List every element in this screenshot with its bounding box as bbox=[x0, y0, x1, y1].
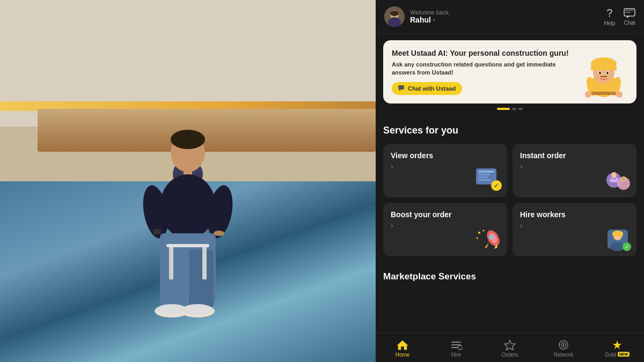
svg-rect-16 bbox=[166, 244, 209, 247]
svg-point-65 bbox=[483, 230, 485, 232]
user-info[interactable]: Welcome back, Rahul › bbox=[384, 6, 450, 27]
boost-order-icon bbox=[474, 227, 503, 253]
svg-rect-46 bbox=[478, 174, 490, 175]
svg-point-23 bbox=[390, 11, 399, 16]
instant-order-card[interactable]: Instant order › bbox=[513, 144, 636, 197]
instant-order-label: Instant order bbox=[520, 151, 629, 160]
svg-rect-45 bbox=[478, 171, 494, 173]
svg-rect-48 bbox=[478, 179, 491, 181]
boost-order-label: Boost your order bbox=[391, 210, 500, 219]
banner-text: Meet Ustaad AI: Your personal constructi… bbox=[392, 49, 573, 95]
svg-rect-77 bbox=[451, 347, 458, 348]
svg-marker-30 bbox=[399, 90, 401, 91]
header-actions: ? Help Chat bbox=[604, 7, 635, 26]
svg-rect-53 bbox=[610, 177, 618, 182]
svg-point-42 bbox=[616, 91, 623, 98]
svg-point-64 bbox=[478, 232, 480, 234]
content-area: Meet Ustaad AI: Your personal constructi… bbox=[376, 34, 644, 333]
svg-point-58 bbox=[622, 178, 625, 181]
user-chevron: › bbox=[433, 17, 435, 23]
svg-point-38 bbox=[606, 72, 609, 75]
avatar-icon bbox=[384, 6, 405, 27]
svg-line-79 bbox=[462, 349, 462, 350]
svg-rect-27 bbox=[625, 12, 631, 13]
photo-panel bbox=[0, 0, 376, 362]
chat-icon bbox=[624, 8, 635, 19]
svg-rect-19 bbox=[153, 229, 161, 234]
nav-gold[interactable]: Gold NEW bbox=[590, 337, 644, 360]
boost-order-card[interactable]: Boost your order › bbox=[383, 203, 507, 256]
instant-illustration bbox=[603, 168, 632, 192]
view-orders-label: View orders bbox=[391, 151, 500, 160]
svg-rect-34 bbox=[591, 66, 617, 70]
services-title: Services for you bbox=[383, 125, 636, 136]
app-panel: Welcome back, Rahul › ? Help Chat bbox=[376, 0, 644, 362]
services-section: Services for you View orders › bbox=[376, 116, 644, 265]
hire-nav-icon bbox=[450, 339, 462, 350]
svg-point-83 bbox=[563, 344, 565, 346]
banner-card[interactable]: Meet Ustaad AI: Your personal constructi… bbox=[383, 40, 636, 104]
hire-workers-icon: ✓ bbox=[603, 227, 632, 253]
svg-rect-54 bbox=[611, 178, 613, 179]
chat-label: Chat bbox=[624, 20, 635, 26]
help-button[interactable]: ? Help bbox=[604, 7, 615, 26]
nav-home[interactable]: Home bbox=[376, 337, 429, 360]
chat-button[interactable]: Chat bbox=[624, 8, 635, 26]
services-grid: View orders › ✓ bbox=[383, 144, 636, 256]
svg-point-2 bbox=[171, 130, 205, 149]
svg-rect-75 bbox=[451, 342, 461, 343]
svg-point-66 bbox=[477, 238, 478, 239]
user-name: Rahul › bbox=[410, 16, 450, 24]
banner-section: Meet Ustaad AI: Your personal constructi… bbox=[376, 34, 644, 116]
chat-with-ustaad-button[interactable]: Chat with Ustaad bbox=[392, 82, 462, 95]
banner-title: Meet Ustaad AI: Your personal constructi… bbox=[392, 49, 573, 57]
svg-text:✓: ✓ bbox=[494, 182, 499, 189]
nav-orders-label: Orders bbox=[502, 352, 518, 358]
view-orders-icon: ✓ bbox=[474, 167, 503, 193]
view-orders-card[interactable]: View orders › ✓ bbox=[383, 144, 507, 197]
boost-illustration bbox=[474, 227, 503, 251]
hire-illustration: ✓ bbox=[603, 227, 632, 251]
indicator-dot-2 bbox=[512, 108, 516, 110]
svg-point-78 bbox=[458, 345, 462, 350]
svg-rect-71 bbox=[612, 234, 623, 236]
instant-order-icon bbox=[603, 168, 632, 194]
avatar[interactable] bbox=[384, 6, 405, 27]
svg-point-20 bbox=[214, 231, 224, 236]
svg-marker-80 bbox=[504, 340, 515, 350]
nav-home-label: Home bbox=[396, 352, 410, 358]
banner-subtitle: Ask any construction related questions a… bbox=[392, 61, 573, 77]
svg-rect-17 bbox=[169, 247, 173, 279]
home-icon bbox=[397, 339, 408, 350]
nav-network[interactable]: Network bbox=[537, 337, 590, 360]
indicator-dot-3 bbox=[518, 108, 523, 110]
svg-rect-43 bbox=[591, 92, 616, 95]
person-silhouette bbox=[102, 88, 274, 330]
nav-hire-label: Hire bbox=[451, 352, 461, 358]
svg-point-15 bbox=[182, 304, 213, 315]
nav-hire[interactable]: Hire bbox=[429, 337, 483, 360]
nav-orders[interactable]: Orders bbox=[483, 337, 537, 360]
orders-illustration: ✓ bbox=[474, 167, 503, 191]
svg-rect-18 bbox=[202, 247, 207, 279]
svg-marker-84 bbox=[613, 341, 621, 349]
hire-workers-card[interactable]: Hire workers › ✓ bbox=[513, 203, 636, 256]
banner-indicator bbox=[383, 108, 636, 110]
svg-point-41 bbox=[585, 91, 591, 98]
welcome-label: Welcome back, bbox=[410, 9, 450, 16]
svg-point-61 bbox=[489, 235, 493, 239]
worker-illustration bbox=[580, 48, 628, 99]
app-header: Welcome back, Rahul › ? Help Chat bbox=[376, 0, 644, 34]
help-label: Help bbox=[604, 20, 615, 26]
welcome-text: Welcome back, Rahul › bbox=[410, 9, 450, 24]
bottom-nav: Home Hire Orders Network bbox=[376, 333, 644, 362]
svg-rect-26 bbox=[625, 10, 634, 11]
svg-marker-62 bbox=[485, 242, 489, 248]
help-icon: ? bbox=[606, 7, 612, 19]
nav-gold-label: Gold NEW bbox=[605, 352, 630, 358]
marketplace-title: Marketplace Services bbox=[383, 271, 636, 282]
svg-text:✓: ✓ bbox=[625, 244, 629, 250]
marketplace-section: Marketplace Services bbox=[376, 265, 644, 284]
network-icon bbox=[558, 339, 569, 350]
svg-rect-55 bbox=[614, 178, 616, 179]
